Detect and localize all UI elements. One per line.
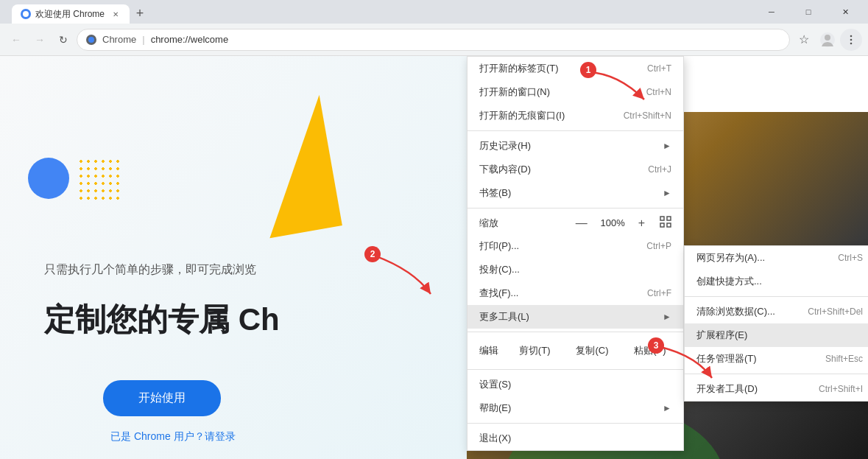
menu-downloads[interactable]: 下载内容(D) Ctrl+J [467, 158, 683, 181]
submenu-task-manager-shortcut: Shift+Esc [825, 354, 863, 364]
menu-print[interactable]: 打印(P)... Ctrl+P [467, 234, 683, 258]
zoom-value: 100% [596, 217, 629, 228]
omnibox[interactable]: Chrome | chrome://welcome [77, 29, 790, 51]
submenu-divider-1 [685, 296, 868, 297]
submenu-create-shortcut[interactable]: 创建快捷方式... [685, 270, 868, 293]
menu-settings-label: 设置(S) [479, 378, 511, 391]
svg-point-3 [825, 35, 830, 41]
bookmark-button[interactable]: ☆ [793, 29, 815, 51]
svg-rect-11 [660, 217, 664, 220]
menu-zoom-label: 缩放 [479, 217, 567, 230]
menu-help-label: 帮助(E) [479, 402, 511, 415]
menu-exit-label: 退出(X) [479, 432, 511, 445]
menu-zoom-row: 缩放 — 100% + [467, 211, 683, 234]
menu-find[interactable]: 查找(F)... Ctrl+F [467, 281, 683, 305]
menu-bookmarks-arrow: ► [663, 188, 671, 198]
menu-history-arrow: ► [663, 141, 671, 151]
omnibox-separator: | [142, 34, 144, 45]
menu-print-shortcut: Ctrl+P [646, 241, 671, 251]
menu-bookmarks[interactable]: 书签(B) ► [467, 181, 683, 205]
submenu-clear-data-shortcut: Ctrl+Shift+Del [808, 306, 863, 317]
divider-5 [467, 423, 683, 424]
menu-cast-label: 投射(C)... [479, 263, 520, 276]
svg-rect-12 [667, 217, 671, 220]
profile-button[interactable] [816, 29, 839, 51]
tab-close-button[interactable]: ✕ [110, 9, 121, 19]
menu-more-tools[interactable]: 更多工具(L) ► [467, 305, 683, 329]
active-tab[interactable]: 欢迎使用 Chrome ✕ [12, 4, 130, 24]
svg-point-1 [88, 37, 94, 43]
page-subtitle: 只需执行几个简单的步骤，即可完成浏览 [44, 262, 256, 278]
menu-incognito-label: 打开新的无痕窗口(I) [479, 109, 565, 122]
annotation-badge-2: 2 [364, 246, 381, 262]
menu-more-tools-label: 更多工具(L) [479, 310, 529, 323]
submenu-devtools-shortcut: Ctrl+Shift+I [819, 384, 863, 394]
submenu-clear-data-label: 清除浏览数据(C)... [696, 305, 775, 318]
menu-more-tools-arrow: ► [663, 312, 671, 322]
deco-yellow-triangle [247, 95, 342, 239]
menu-copy-button[interactable]: 复制(C) [565, 340, 619, 362]
svg-point-0 [23, 11, 29, 17]
submenu-save-page-shortcut: Ctrl+S [838, 253, 863, 263]
title-bar: 欢迎使用 Chrome ✕ + ─ □ ✕ [0, 0, 868, 24]
menu-find-shortcut: Ctrl+F [647, 288, 671, 298]
tab-bar: 欢迎使用 Chrome ✕ + [6, 0, 150, 24]
submenu-create-shortcut-label: 创建快捷方式... [696, 275, 762, 288]
page-title: 定制您的专属 Ch [44, 299, 280, 340]
new-tab-button[interactable]: + [130, 3, 150, 24]
zoom-fullscreen-button[interactable] [660, 216, 671, 230]
divider-3 [467, 332, 683, 332]
window-controls: ─ □ ✕ [755, 0, 862, 24]
svg-rect-14 [667, 223, 671, 227]
submenu-save-page-label: 网页另存为(A)... [696, 251, 765, 264]
site-info-icon [86, 35, 96, 45]
page-area: 只需执行几个简单的步骤，即可完成浏览 定制您的专属 Ch 开始使用 已是 Chr… [0, 56, 868, 459]
start-button[interactable]: 开始使用 [103, 380, 221, 416]
divider-1 [467, 130, 683, 131]
maximize-button[interactable]: □ [791, 0, 825, 24]
deco-yellow-dots [77, 158, 121, 202]
menu-incognito-shortcut: Ctrl+Shift+N [624, 111, 671, 121]
menu-new-window-label: 打开新的窗口(N) [479, 85, 550, 99]
menu-cast[interactable]: 投射(C)... [467, 258, 683, 281]
menu-cut-button[interactable]: 剪切(T) [507, 340, 562, 362]
menu-new-tab-label: 打开新的标签页(T) [479, 62, 559, 75]
main-context-menu: 打开新的标签页(T) Ctrl+T 打开新的窗口(N) Ctrl+N 打开新的无… [467, 56, 684, 451]
menu-bookmarks-label: 书签(B) [479, 186, 511, 200]
forward-button[interactable]: → [29, 29, 50, 50]
browser-window: 欢迎使用 Chrome ✕ + ─ □ ✕ ← → ↻ Chrome | chr… [0, 0, 868, 459]
menu-edit-label: 编辑 [473, 344, 504, 357]
menu-help-arrow: ► [663, 403, 671, 413]
submenu-clear-data[interactable]: 清除浏览数据(C)... Ctrl+Shift+Del [685, 300, 868, 323]
back-button[interactable]: ← [6, 29, 27, 50]
omnibox-chrome-label: Chrome [102, 34, 136, 45]
menu-downloads-label: 下载内容(D) [479, 163, 531, 176]
menu-find-label: 查找(F)... [479, 287, 518, 300]
menu-help[interactable]: 帮助(E) ► [467, 396, 683, 420]
menu-downloads-shortcut: Ctrl+J [648, 164, 671, 175]
zoom-in-button[interactable]: + [638, 217, 645, 230]
close-button[interactable]: ✕ [828, 0, 862, 24]
omnibox-url: chrome://welcome [151, 34, 228, 45]
svg-point-5 [850, 38, 853, 41]
deco-blue-circle [28, 158, 69, 199]
zoom-out-button[interactable]: — [576, 217, 588, 230]
menu-history-label: 历史记录(H) [479, 139, 531, 153]
submenu-save-page[interactable]: 网页另存为(A)... Ctrl+S [685, 246, 868, 270]
minimize-button[interactable]: ─ [755, 0, 788, 24]
address-actions: ☆ [793, 29, 862, 51]
address-bar: ← → ↻ Chrome | chrome://welcome ☆ [0, 24, 868, 56]
svg-point-6 [850, 42, 853, 44]
menu-exit[interactable]: 退出(X) [467, 427, 683, 450]
annotation-badge-3: 3 [648, 337, 664, 354]
tab-title: 欢迎使用 Chrome [35, 8, 105, 21]
chrome-menu-button[interactable] [840, 29, 862, 51]
menu-history[interactable]: 历史记录(H) ► [467, 134, 683, 158]
svg-point-4 [850, 35, 853, 37]
refresh-button[interactable]: ↻ [53, 29, 74, 50]
divider-2 [467, 208, 683, 209]
svg-rect-13 [660, 223, 664, 227]
tab-favicon [21, 9, 31, 19]
login-link[interactable]: 已是 Chrome 用户？请登录 [110, 430, 236, 444]
annotation-badge-1: 1 [580, 62, 596, 78]
